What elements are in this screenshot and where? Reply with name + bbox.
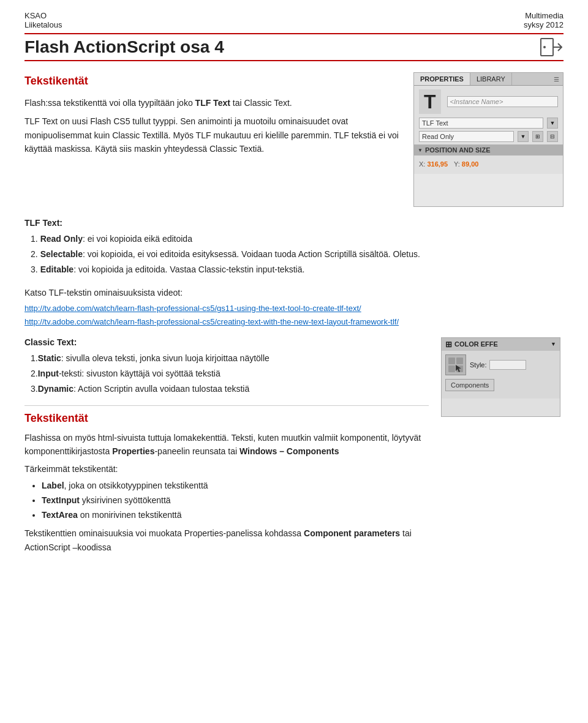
svg-rect-5 — [448, 365, 455, 372]
tlf-item2-num: 2. — [31, 249, 38, 259]
panel-T-icon: T — [419, 89, 441, 114]
properties-panel-wrapper: PROPERTIES LIBRARY ☰ T <Instance Name> T… — [413, 72, 564, 207]
classic-item3-bold: Dynamic — [38, 384, 74, 394]
section1-para2: TLF Text on uusi Flash CS5 tullut tyyppi… — [24, 114, 401, 155]
panel-x-value: 316,95 — [427, 160, 448, 168]
header-right-line2: syksy 2012 — [524, 20, 564, 29]
svg-rect-4 — [456, 358, 463, 364]
classic-item1-bold: Static — [38, 353, 61, 363]
panel-small-btn1[interactable]: ⊞ — [532, 131, 543, 142]
tlf-item3-text: : voi kopioida ja editoida. Vastaa Class… — [74, 264, 304, 274]
video-link2[interactable]: http://tv.adobe.com/watch/learn-flash-pr… — [24, 317, 399, 326]
classic-item-2: 2.Input-teksti: sivuston käyttäjä voi sy… — [31, 367, 429, 380]
panel-tab-properties[interactable]: PROPERTIES — [414, 73, 470, 85]
svg-rect-3 — [448, 358, 455, 364]
color-panel-dropdown-icon: ▼ — [551, 341, 556, 347]
s2-para1-bold2: Windows – Components — [239, 446, 339, 456]
panel-mode-dropdown[interactable]: ▼ — [518, 131, 529, 142]
door-icon — [540, 37, 562, 57]
classic-item1-text: : sivulla oleva teksti, jonka sivun luoj… — [61, 353, 270, 363]
classic-list: 1.Static: sivulla oleva teksti, jonka si… — [24, 352, 429, 395]
panel-position-label: POSITION AND SIZE — [425, 146, 491, 154]
section1-heading: Tekstikentät — [24, 72, 401, 90]
section-divider — [24, 405, 429, 406]
s2-para1b: -paneelin reunsata tai — [154, 446, 239, 456]
panel-small-btn2[interactable]: ⊟ — [547, 131, 558, 142]
panel-x-label: X: — [419, 160, 425, 168]
classic-item-3: 3.Dynamic: Action Scriptin avulla voidaa… — [31, 383, 429, 395]
main-title: Flash ActionScript osa 4 — [24, 37, 224, 57]
classic-item2-text: -teksti: sivuston käyttäjä voi syöttää t… — [59, 369, 221, 378]
classic-label: Classic Text: — [24, 337, 429, 347]
bottom-left: Classic Text: 1.Static: sivulla oleva te… — [24, 337, 429, 558]
style-row: Style: — [470, 360, 526, 370]
bullet-item-2: TextInput yksirivinen syöttökenttä — [42, 494, 429, 507]
header: KSAO Liiketalous Multimedia syksy 2012 — [24, 11, 564, 29]
tlf-list: 1.Read Only: ei voi kopioida eikä editoi… — [24, 233, 564, 276]
section2-para2: Tärkeimmät tekstikentät: — [24, 462, 429, 476]
title-icon-area — [539, 37, 564, 58]
section2-para3: Tekstikenttien ominaisuuksia voi muokata… — [24, 526, 429, 554]
s2-p3-text: Tekstikenttien ominaisuuksia voi muokata… — [24, 528, 304, 538]
s2-para1-bold1: Properties — [112, 446, 154, 456]
s2-p3-bold3: Component parameters — [304, 528, 400, 538]
classic-item1-num: 1. — [31, 353, 38, 363]
panel-type-label: TLF Text — [419, 118, 543, 129]
page: KSAO Liiketalous Multimedia syksy 2012 F… — [0, 0, 588, 723]
tlf-item1-bold: Read Only — [40, 234, 83, 244]
color-panel-header: ⊞ COLOR EFFE ▼ — [442, 338, 560, 351]
bottom-section: Classic Text: 1.Static: sivulla oleva te… — [24, 337, 564, 558]
cursor-icon — [456, 365, 464, 373]
color-panel: ⊞ COLOR EFFE ▼ — [441, 337, 560, 417]
color-panel-row1: Style: — [445, 354, 556, 375]
section2-heading: Tekstikentät — [24, 412, 429, 425]
org-sub: Liiketalous — [24, 20, 62, 29]
org-name: KSAO — [24, 11, 62, 20]
classic-item3-num: 3. — [31, 384, 38, 394]
header-right-line1: Multimedia — [524, 11, 564, 20]
tlf-label: TLF Text: — [24, 218, 564, 228]
video-links: Katso TLF-tekstin ominaisuuksista videot… — [24, 286, 564, 329]
video-link1[interactable]: http://tv.adobe.com/watch/learn-flash-pr… — [24, 304, 361, 313]
tlf-item1-num: 1. — [31, 234, 38, 244]
tlf-section: TLF Text: 1.Read Only: ei voi kopioida e… — [24, 218, 564, 276]
panel-icon-row: T <Instance Name> — [419, 89, 558, 114]
section1-para1: Flash:ssa tekstikenttä voi olla tyypiltä… — [24, 96, 401, 110]
panel-position-header: ▼ POSITION AND SIZE — [414, 144, 563, 155]
classic-section: Classic Text: 1.Static: sivulla oleva te… — [24, 337, 429, 395]
svg-point-2 — [543, 46, 546, 48]
panel-triangle-icon: ▼ — [418, 148, 423, 153]
panel-type-dropdown[interactable]: ▼ — [547, 118, 558, 129]
style-field[interactable] — [489, 360, 526, 370]
bullet2-bold: TextInput — [42, 495, 80, 505]
tlf-item2-text: : voi kopioida, ei voi editoida esitykse… — [83, 249, 420, 259]
intro-text: Tekstikentät Flash:ssa tekstikenttä voi … — [24, 72, 401, 207]
para1-bold1: TLF Text — [195, 98, 230, 108]
bullet1-bold: Label — [42, 481, 64, 490]
classic-item3-text: : Action Scriptin avulla voidaan tulosta… — [74, 384, 249, 394]
tlf-item-1: 1.Read Only: ei voi kopioida eikä editoi… — [31, 233, 564, 245]
classic-item2-bold: Input — [38, 369, 59, 378]
panel-body: T <Instance Name> TLF Text ▼ Read Only ▼… — [414, 86, 563, 174]
tlf-item-2: 2.Selectable: voi kopioida, ei voi edito… — [31, 248, 564, 261]
bullet-item-3: TextArea on monirivinen tekstikenttä — [42, 509, 429, 522]
panel-tab-library[interactable]: LIBRARY — [470, 73, 512, 85]
bullet2-text: yksirivinen syöttökenttä — [80, 495, 171, 505]
properties-panel: PROPERTIES LIBRARY ☰ T <Instance Name> T… — [413, 72, 564, 207]
color-icon-box — [445, 354, 466, 375]
panel-x-coord: X: 316,95 — [419, 160, 448, 168]
panel-instance-field[interactable]: <Instance Name> — [447, 96, 558, 107]
color-panel-row2: Components — [445, 379, 556, 391]
components-button[interactable]: Components — [445, 379, 494, 391]
panel-menu-icon[interactable]: ☰ — [554, 76, 559, 83]
bullet3-text: on monirivinen tekstikenttä — [78, 510, 182, 520]
intro-section: Tekstikentät Flash:ssa tekstikenttä voi … — [24, 72, 564, 207]
tlf-item3-bold: Editable — [40, 264, 74, 274]
style-label: Style: — [470, 361, 487, 369]
panel-y-value: 89,00 — [462, 160, 479, 168]
bullet-item-1: Label, joka on otsikkotyyppinen tekstike… — [42, 479, 429, 492]
classic-item2-num: 2. — [31, 369, 38, 378]
tlf-item-3: 3.Editable: voi kopioida ja editoida. Va… — [31, 263, 564, 276]
panel-type-row: TLF Text ▼ — [419, 118, 558, 129]
para1-text: Flash:ssa tekstikenttä voi olla tyypiltä… — [24, 98, 195, 108]
